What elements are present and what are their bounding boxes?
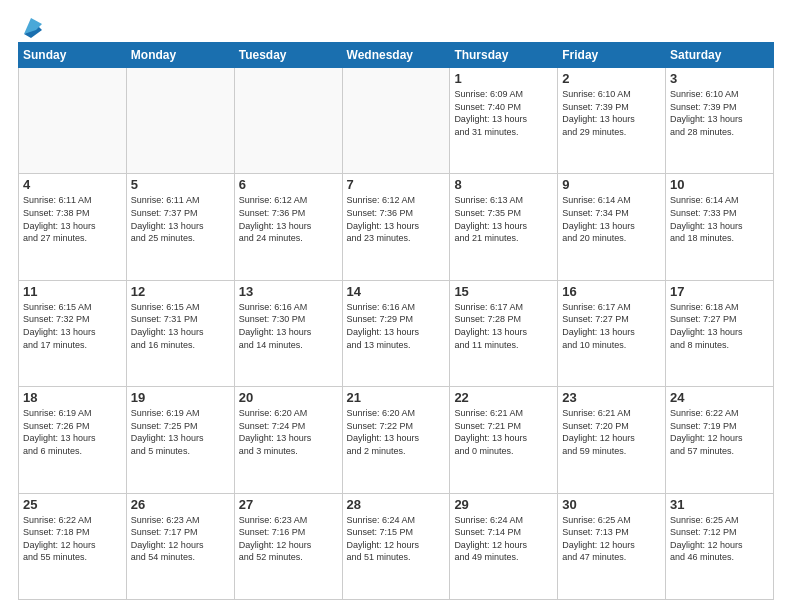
calendar-cell: 29Sunrise: 6:24 AM Sunset: 7:14 PM Dayli… [450, 493, 558, 599]
day-info: Sunrise: 6:21 AM Sunset: 7:20 PM Dayligh… [562, 407, 661, 457]
calendar-cell: 11Sunrise: 6:15 AM Sunset: 7:32 PM Dayli… [19, 280, 127, 386]
calendar-cell: 23Sunrise: 6:21 AM Sunset: 7:20 PM Dayli… [558, 387, 666, 493]
day-info: Sunrise: 6:14 AM Sunset: 7:34 PM Dayligh… [562, 194, 661, 244]
calendar-cell: 14Sunrise: 6:16 AM Sunset: 7:29 PM Dayli… [342, 280, 450, 386]
day-number: 8 [454, 177, 553, 192]
day-number: 20 [239, 390, 338, 405]
day-info: Sunrise: 6:16 AM Sunset: 7:30 PM Dayligh… [239, 301, 338, 351]
day-number: 12 [131, 284, 230, 299]
day-info: Sunrise: 6:24 AM Sunset: 7:15 PM Dayligh… [347, 514, 446, 564]
weekday-header-tuesday: Tuesday [234, 43, 342, 68]
day-number: 17 [670, 284, 769, 299]
day-info: Sunrise: 6:20 AM Sunset: 7:22 PM Dayligh… [347, 407, 446, 457]
calendar-cell: 10Sunrise: 6:14 AM Sunset: 7:33 PM Dayli… [666, 174, 774, 280]
day-number: 31 [670, 497, 769, 512]
day-number: 30 [562, 497, 661, 512]
calendar-cell [126, 68, 234, 174]
calendar-cell: 28Sunrise: 6:24 AM Sunset: 7:15 PM Dayli… [342, 493, 450, 599]
calendar-cell: 22Sunrise: 6:21 AM Sunset: 7:21 PM Dayli… [450, 387, 558, 493]
calendar-cell: 31Sunrise: 6:25 AM Sunset: 7:12 PM Dayli… [666, 493, 774, 599]
calendar-week-row-3: 18Sunrise: 6:19 AM Sunset: 7:26 PM Dayli… [19, 387, 774, 493]
calendar-cell: 18Sunrise: 6:19 AM Sunset: 7:26 PM Dayli… [19, 387, 127, 493]
calendar-cell: 26Sunrise: 6:23 AM Sunset: 7:17 PM Dayli… [126, 493, 234, 599]
day-info: Sunrise: 6:24 AM Sunset: 7:14 PM Dayligh… [454, 514, 553, 564]
day-number: 3 [670, 71, 769, 86]
calendar-cell: 24Sunrise: 6:22 AM Sunset: 7:19 PM Dayli… [666, 387, 774, 493]
calendar-cell: 8Sunrise: 6:13 AM Sunset: 7:35 PM Daylig… [450, 174, 558, 280]
calendar-cell: 9Sunrise: 6:14 AM Sunset: 7:34 PM Daylig… [558, 174, 666, 280]
calendar-cell: 19Sunrise: 6:19 AM Sunset: 7:25 PM Dayli… [126, 387, 234, 493]
day-number: 10 [670, 177, 769, 192]
day-number: 23 [562, 390, 661, 405]
logo-icon [20, 16, 42, 38]
calendar-cell: 30Sunrise: 6:25 AM Sunset: 7:13 PM Dayli… [558, 493, 666, 599]
weekday-header-wednesday: Wednesday [342, 43, 450, 68]
weekday-header-saturday: Saturday [666, 43, 774, 68]
day-info: Sunrise: 6:15 AM Sunset: 7:31 PM Dayligh… [131, 301, 230, 351]
weekday-header-row: SundayMondayTuesdayWednesdayThursdayFrid… [19, 43, 774, 68]
calendar-week-row-4: 25Sunrise: 6:22 AM Sunset: 7:18 PM Dayli… [19, 493, 774, 599]
calendar-cell: 1Sunrise: 6:09 AM Sunset: 7:40 PM Daylig… [450, 68, 558, 174]
calendar-table: SundayMondayTuesdayWednesdayThursdayFrid… [18, 42, 774, 600]
day-info: Sunrise: 6:19 AM Sunset: 7:26 PM Dayligh… [23, 407, 122, 457]
calendar-cell: 2Sunrise: 6:10 AM Sunset: 7:39 PM Daylig… [558, 68, 666, 174]
day-info: Sunrise: 6:25 AM Sunset: 7:12 PM Dayligh… [670, 514, 769, 564]
day-number: 16 [562, 284, 661, 299]
day-info: Sunrise: 6:22 AM Sunset: 7:19 PM Dayligh… [670, 407, 769, 457]
day-number: 22 [454, 390, 553, 405]
day-info: Sunrise: 6:25 AM Sunset: 7:13 PM Dayligh… [562, 514, 661, 564]
day-info: Sunrise: 6:12 AM Sunset: 7:36 PM Dayligh… [239, 194, 338, 244]
calendar-cell: 13Sunrise: 6:16 AM Sunset: 7:30 PM Dayli… [234, 280, 342, 386]
calendar-week-row-0: 1Sunrise: 6:09 AM Sunset: 7:40 PM Daylig… [19, 68, 774, 174]
day-info: Sunrise: 6:14 AM Sunset: 7:33 PM Dayligh… [670, 194, 769, 244]
calendar-cell: 4Sunrise: 6:11 AM Sunset: 7:38 PM Daylig… [19, 174, 127, 280]
calendar-cell: 25Sunrise: 6:22 AM Sunset: 7:18 PM Dayli… [19, 493, 127, 599]
day-number: 7 [347, 177, 446, 192]
day-info: Sunrise: 6:17 AM Sunset: 7:27 PM Dayligh… [562, 301, 661, 351]
day-number: 27 [239, 497, 338, 512]
day-number: 1 [454, 71, 553, 86]
weekday-header-sunday: Sunday [19, 43, 127, 68]
day-number: 26 [131, 497, 230, 512]
day-number: 24 [670, 390, 769, 405]
logo [18, 16, 42, 34]
day-number: 5 [131, 177, 230, 192]
day-number: 2 [562, 71, 661, 86]
calendar-cell: 16Sunrise: 6:17 AM Sunset: 7:27 PM Dayli… [558, 280, 666, 386]
day-number: 19 [131, 390, 230, 405]
day-info: Sunrise: 6:15 AM Sunset: 7:32 PM Dayligh… [23, 301, 122, 351]
day-info: Sunrise: 6:13 AM Sunset: 7:35 PM Dayligh… [454, 194, 553, 244]
day-info: Sunrise: 6:21 AM Sunset: 7:21 PM Dayligh… [454, 407, 553, 457]
day-number: 25 [23, 497, 122, 512]
day-number: 14 [347, 284, 446, 299]
day-number: 9 [562, 177, 661, 192]
weekday-header-monday: Monday [126, 43, 234, 68]
day-number: 4 [23, 177, 122, 192]
day-info: Sunrise: 6:12 AM Sunset: 7:36 PM Dayligh… [347, 194, 446, 244]
day-info: Sunrise: 6:18 AM Sunset: 7:27 PM Dayligh… [670, 301, 769, 351]
day-info: Sunrise: 6:09 AM Sunset: 7:40 PM Dayligh… [454, 88, 553, 138]
calendar-cell: 3Sunrise: 6:10 AM Sunset: 7:39 PM Daylig… [666, 68, 774, 174]
day-info: Sunrise: 6:23 AM Sunset: 7:16 PM Dayligh… [239, 514, 338, 564]
day-info: Sunrise: 6:10 AM Sunset: 7:39 PM Dayligh… [670, 88, 769, 138]
calendar-cell: 17Sunrise: 6:18 AM Sunset: 7:27 PM Dayli… [666, 280, 774, 386]
day-info: Sunrise: 6:19 AM Sunset: 7:25 PM Dayligh… [131, 407, 230, 457]
page: SundayMondayTuesdayWednesdayThursdayFrid… [0, 0, 792, 612]
calendar-cell: 20Sunrise: 6:20 AM Sunset: 7:24 PM Dayli… [234, 387, 342, 493]
day-info: Sunrise: 6:20 AM Sunset: 7:24 PM Dayligh… [239, 407, 338, 457]
day-number: 15 [454, 284, 553, 299]
calendar-cell: 27Sunrise: 6:23 AM Sunset: 7:16 PM Dayli… [234, 493, 342, 599]
day-info: Sunrise: 6:11 AM Sunset: 7:37 PM Dayligh… [131, 194, 230, 244]
day-number: 18 [23, 390, 122, 405]
calendar-cell: 15Sunrise: 6:17 AM Sunset: 7:28 PM Dayli… [450, 280, 558, 386]
day-number: 13 [239, 284, 338, 299]
calendar-week-row-1: 4Sunrise: 6:11 AM Sunset: 7:38 PM Daylig… [19, 174, 774, 280]
day-info: Sunrise: 6:23 AM Sunset: 7:17 PM Dayligh… [131, 514, 230, 564]
day-number: 21 [347, 390, 446, 405]
calendar-cell [342, 68, 450, 174]
day-number: 11 [23, 284, 122, 299]
day-number: 6 [239, 177, 338, 192]
day-info: Sunrise: 6:17 AM Sunset: 7:28 PM Dayligh… [454, 301, 553, 351]
weekday-header-thursday: Thursday [450, 43, 558, 68]
day-info: Sunrise: 6:10 AM Sunset: 7:39 PM Dayligh… [562, 88, 661, 138]
